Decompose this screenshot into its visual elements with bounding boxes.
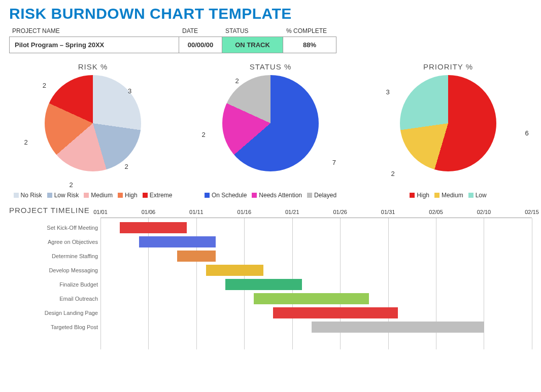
legend-no-risk: No Risk bbox=[21, 192, 42, 199]
timeline-chart: 01/01 01/06 01/11 01/16 01/21 01/26 01/3… bbox=[9, 218, 532, 349]
tick-6: 01/31 bbox=[381, 209, 395, 215]
priority-chart-title: PRIORITY % bbox=[364, 62, 532, 71]
hdr-status: STATUS bbox=[222, 25, 283, 37]
task-label-3: Develop Messaging bbox=[9, 267, 98, 273]
priority-label-medium: 2 bbox=[391, 169, 394, 177]
task-bar-4[interactable] bbox=[225, 279, 302, 290]
risk-label-high: 2 bbox=[24, 138, 27, 146]
meta-data-row: Pilot Program – Spring 20XX 00/00/00 ON … bbox=[9, 37, 532, 53]
task-label-7: Targeted Blog Post bbox=[9, 324, 98, 330]
status-chart: STATUS % 7 2 2 On Schedule Needs Attenti… bbox=[187, 62, 354, 199]
tick-2: 01/11 bbox=[189, 209, 204, 215]
timeline-title: PROJECT TIMELINE bbox=[9, 206, 532, 215]
legend-needs-attention: Needs Attention bbox=[259, 192, 302, 199]
tick-0: 01/01 bbox=[93, 209, 108, 215]
priority-label-low: 3 bbox=[386, 88, 390, 96]
hdr-complete: % COMPLETE bbox=[283, 25, 336, 37]
risk-label-medium: 2 bbox=[69, 181, 73, 188]
task-label-0: Set Kick-Off Meeting bbox=[9, 225, 98, 231]
project-date-cell[interactable]: 00/00/00 bbox=[179, 37, 222, 53]
task-label-5: Email Outreach bbox=[9, 296, 98, 302]
legend-low-risk: Low Risk bbox=[54, 192, 79, 199]
legend-medium: Medium bbox=[91, 192, 113, 199]
status-legend: On Schedule Needs Attention Delayed bbox=[187, 192, 354, 199]
tick-8: 02/10 bbox=[477, 209, 491, 215]
legend-priority-high: High bbox=[417, 192, 429, 199]
project-status-cell[interactable]: ON TRACK bbox=[222, 37, 283, 53]
risk-chart: RISK % 3 2 2 2 2 No Risk Low Risk Medium… bbox=[9, 62, 177, 199]
legend-extreme: Extreme bbox=[150, 192, 173, 199]
priority-legend: High Medium Low bbox=[364, 192, 532, 199]
task-label-2: Determine Staffing bbox=[9, 253, 98, 259]
tick-1: 01/06 bbox=[142, 209, 156, 215]
risk-label-low-risk: 2 bbox=[124, 163, 128, 170]
project-complete-cell[interactable]: 88% bbox=[283, 37, 336, 53]
task-bar-6[interactable] bbox=[273, 307, 398, 318]
timeline-grid: 01/01 01/06 01/11 01/16 01/21 01/26 01/3… bbox=[100, 218, 532, 349]
page-title: RISK BURNDOWN CHART TEMPLATE bbox=[9, 5, 532, 22]
tick-3: 01/16 bbox=[238, 209, 252, 215]
hdr-project-name: PROJECT NAME bbox=[9, 25, 179, 37]
legend-high: High bbox=[125, 192, 138, 199]
status-label-delayed: 2 bbox=[235, 77, 239, 85]
task-bar-2[interactable] bbox=[177, 251, 216, 262]
task-label-1: Agree on Objectives bbox=[9, 239, 98, 245]
status-chart-title: STATUS % bbox=[187, 62, 354, 71]
status-pie bbox=[222, 75, 319, 171]
task-bar-0[interactable] bbox=[120, 222, 187, 233]
priority-pie bbox=[400, 75, 496, 171]
risk-label-no-risk: 3 bbox=[128, 87, 131, 94]
tick-9: 02/15 bbox=[525, 209, 539, 215]
legend-priority-medium: Medium bbox=[442, 192, 463, 199]
task-bar-7[interactable] bbox=[312, 322, 484, 333]
status-label-on-schedule: 7 bbox=[332, 158, 336, 166]
legend-priority-low: Low bbox=[476, 192, 487, 199]
legend-delayed: Delayed bbox=[314, 192, 336, 199]
task-bar-3[interactable] bbox=[206, 265, 263, 276]
project-name-cell[interactable]: Pilot Program – Spring 20XX bbox=[9, 37, 179, 53]
priority-label-high: 6 bbox=[525, 129, 528, 137]
priority-chart: PRIORITY % 6 2 3 High Medium Low bbox=[364, 62, 532, 199]
task-bar-1[interactable] bbox=[139, 236, 216, 247]
risk-legend: No Risk Low Risk Medium High Extreme bbox=[9, 192, 177, 199]
meta-header-row: PROJECT NAME DATE STATUS % COMPLETE bbox=[9, 25, 532, 37]
tick-7: 02/05 bbox=[429, 209, 443, 215]
status-label-needs-attention: 2 bbox=[201, 130, 205, 138]
task-label-6: Design Landing Page bbox=[9, 310, 98, 316]
task-label-4: Finalize Budget bbox=[9, 281, 98, 288]
risk-chart-title: RISK % bbox=[9, 62, 177, 71]
task-bar-5[interactable] bbox=[254, 293, 369, 304]
tick-5: 01/26 bbox=[333, 209, 347, 215]
hdr-date: DATE bbox=[179, 25, 222, 37]
legend-on-schedule: On Schedule bbox=[212, 192, 247, 199]
tick-4: 01/21 bbox=[285, 209, 299, 215]
risk-label-extreme: 2 bbox=[43, 81, 46, 89]
risk-pie bbox=[45, 75, 141, 171]
